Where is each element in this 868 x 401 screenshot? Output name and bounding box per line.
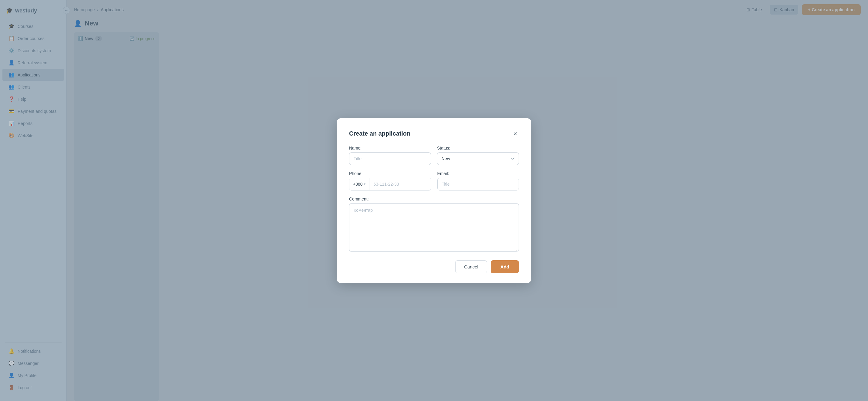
name-input[interactable] (349, 152, 431, 165)
comment-textarea[interactable] (349, 203, 519, 252)
phone-label: Phone: (349, 171, 431, 176)
comment-label: Comment: (349, 196, 519, 202)
status-select[interactable]: New In progress Done Cancelled (437, 152, 519, 165)
form-group-comment: Comment: (349, 196, 519, 252)
create-application-modal: Create an application × Name: Status: Ne… (337, 118, 531, 283)
modal-header: Create an application × (349, 129, 519, 138)
modal-overlay[interactable]: Create an application × Name: Status: Ne… (0, 0, 868, 401)
form-row-name-status: Name: Status: New In progress Done Cance… (349, 146, 519, 165)
phone-prefix-value: +380 (353, 182, 363, 187)
phone-prefix-selector[interactable]: +380 ▾ (349, 178, 369, 190)
form-group-phone: Phone: +380 ▾ (349, 171, 431, 190)
email-input[interactable] (437, 178, 519, 190)
add-button[interactable]: Add (491, 260, 519, 273)
form-row-phone-email: Phone: +380 ▾ Email: (349, 171, 519, 190)
phone-prefix-arrow-icon: ▾ (364, 182, 366, 186)
phone-number-input[interactable] (369, 178, 431, 190)
cancel-button[interactable]: Cancel (455, 260, 487, 273)
modal-footer: Cancel Add (349, 260, 519, 273)
status-label: Status: (437, 146, 519, 150)
form-group-status: Status: New In progress Done Cancelled (437, 146, 519, 165)
form-group-name: Name: (349, 146, 431, 165)
form-group-email: Email: (437, 171, 519, 190)
modal-title: Create an application (349, 130, 410, 137)
modal-close-button[interactable]: × (512, 129, 519, 138)
email-label: Email: (437, 171, 519, 176)
name-label: Name: (349, 146, 431, 150)
phone-input-group: +380 ▾ (349, 178, 431, 190)
